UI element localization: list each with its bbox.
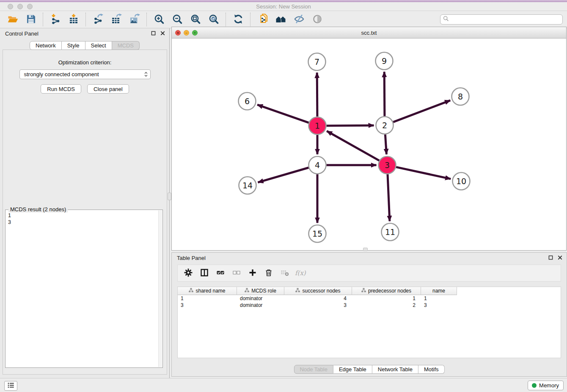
export-table-button[interactable] xyxy=(107,12,125,28)
table-row-0[interactable]: 1dominator411 xyxy=(178,295,561,302)
hide-selected-button[interactable] xyxy=(308,12,326,28)
zoom-out-button[interactable] xyxy=(168,12,186,28)
edge-2-3[interactable] xyxy=(385,135,386,155)
tab-mcds[interactable]: MCDS xyxy=(112,41,140,50)
import-table-button[interactable] xyxy=(64,12,83,28)
network-window-titlebar[interactable]: ✕ − + scc.txt xyxy=(172,27,566,39)
column-type-icon xyxy=(361,288,366,294)
node-11[interactable]: 11 xyxy=(382,224,399,241)
table-row-1[interactable]: 3dominator323 xyxy=(178,302,561,309)
cell-name[interactable]: 1 xyxy=(421,295,457,302)
search-input[interactable] xyxy=(451,17,560,23)
export-network-button[interactable] xyxy=(89,12,107,28)
tab-network[interactable]: Network xyxy=(30,41,62,50)
cell-predecessor-nodes[interactable]: 2 xyxy=(352,302,421,309)
cell-shared-name[interactable]: 1 xyxy=(178,295,237,302)
cell-mcds-role[interactable]: dominator xyxy=(237,302,284,309)
horizontal-splitter-grip[interactable] xyxy=(363,248,368,251)
first-neighbors-button[interactable] xyxy=(272,12,290,28)
node-2[interactable]: 2 xyxy=(376,117,394,134)
open-session-button[interactable] xyxy=(3,12,22,28)
save-session-button[interactable] xyxy=(22,12,40,28)
node-4[interactable]: 4 xyxy=(309,157,326,174)
node-3[interactable]: 3 xyxy=(379,157,396,174)
tab-motifs[interactable]: Motifs xyxy=(418,365,445,374)
maximize-window-icon[interactable] xyxy=(27,4,33,9)
maximize-frame-icon[interactable]: + xyxy=(192,30,198,36)
search-box[interactable] xyxy=(440,14,563,25)
deselect-all-button[interactable] xyxy=(230,266,243,280)
task-history-button[interactable] xyxy=(4,381,17,391)
node-table[interactable]: shared nameMCDS rolesuccessor nodesprede… xyxy=(177,287,561,358)
node-7[interactable]: 7 xyxy=(308,53,326,71)
edge-1-7[interactable] xyxy=(317,73,317,117)
svg-text:11: 11 xyxy=(385,227,395,237)
column-header-name[interactable]: name xyxy=(421,287,457,295)
close-panel-button[interactable]: Close panel xyxy=(87,84,129,94)
cell-name[interactable]: 3 xyxy=(421,302,457,309)
edge-3-1[interactable] xyxy=(327,131,379,161)
node-1[interactable]: 1 xyxy=(309,117,326,135)
select-all-button[interactable] xyxy=(214,266,227,280)
run-mcds-button[interactable]: Run MCDS xyxy=(41,84,81,94)
close-frame-icon[interactable]: ✕ xyxy=(175,30,181,36)
vertical-splitter-grip[interactable] xyxy=(168,193,171,200)
svg-text:f(x): f(x) xyxy=(295,269,306,276)
column-header-successor-nodes[interactable]: successor nodes xyxy=(284,287,352,295)
add-row-button[interactable] xyxy=(246,266,259,280)
zoom-in-button[interactable] xyxy=(150,12,168,28)
close-table-panel-icon[interactable] xyxy=(558,255,562,260)
result-scrollbar[interactable] xyxy=(158,210,162,367)
node-15[interactable]: 15 xyxy=(309,225,326,243)
column-visibility-button[interactable] xyxy=(198,266,211,280)
tab-select[interactable]: Select xyxy=(85,41,112,50)
cell-successor-nodes[interactable]: 4 xyxy=(284,295,352,302)
window-controls-inactive[interactable] xyxy=(8,4,33,9)
minimize-window-icon[interactable] xyxy=(17,4,23,9)
node-8[interactable]: 8 xyxy=(452,88,469,105)
cell-predecessor-nodes[interactable]: 1 xyxy=(352,295,421,302)
zoom-fit-button[interactable] xyxy=(186,12,204,28)
column-header-mcds-role[interactable]: MCDS role xyxy=(237,287,284,295)
cell-shared-name[interactable]: 3 xyxy=(178,302,237,309)
close-panel-icon[interactable] xyxy=(160,31,165,36)
column-header-predecessor-nodes[interactable]: predecessor nodes xyxy=(352,287,421,295)
edge-3-11[interactable] xyxy=(388,174,390,221)
toggle-graphics-details-button[interactable] xyxy=(290,12,308,28)
export-image-button[interactable] xyxy=(125,12,143,28)
close-window-icon[interactable] xyxy=(8,4,13,9)
tab-style[interactable]: Style xyxy=(62,41,85,50)
network-from-selection-button[interactable] xyxy=(253,12,272,28)
node-9[interactable]: 9 xyxy=(376,52,393,70)
float-table-panel-icon[interactable] xyxy=(548,255,553,260)
node-14[interactable]: 14 xyxy=(239,177,256,194)
node-10[interactable]: 10 xyxy=(453,173,470,190)
application-window: Session: New Session Control Panel Netwo… xyxy=(0,0,567,392)
mcds-result-text[interactable]: 1 3 xyxy=(6,211,157,367)
optimization-select[interactable]: strongly connected component xyxy=(19,69,151,79)
column-label: MCDS role xyxy=(251,288,276,294)
tab-network-table[interactable]: Network Table xyxy=(372,365,418,374)
cell-mcds-role[interactable]: dominator xyxy=(237,295,284,302)
cell-successor-nodes[interactable]: 3 xyxy=(284,302,352,309)
toolbar-buttons xyxy=(3,11,326,28)
table-settings-button[interactable] xyxy=(182,266,195,280)
column-header-shared-name[interactable]: shared name xyxy=(178,287,237,295)
tab-node-table[interactable]: Node Table xyxy=(294,365,333,374)
edge-3-10[interactable] xyxy=(396,167,451,179)
delete-rows-button[interactable] xyxy=(262,266,275,280)
node-6[interactable]: 6 xyxy=(239,93,256,110)
minimize-frame-icon[interactable]: − xyxy=(184,30,189,36)
edge-1-6[interactable] xyxy=(257,105,309,123)
apply-layout-button[interactable] xyxy=(229,12,247,28)
network-canvas[interactable]: 7968124314101511 xyxy=(172,39,566,250)
memory-button[interactable]: Memory xyxy=(528,381,564,390)
zoom-selected-button[interactable] xyxy=(204,12,223,28)
import-network-button[interactable] xyxy=(46,12,64,28)
float-panel-icon[interactable] xyxy=(151,31,156,36)
edge-2-9[interactable] xyxy=(384,72,385,116)
edge-4-14[interactable] xyxy=(258,168,309,182)
tab-edge-table[interactable]: Edge Table xyxy=(333,365,372,374)
edge-2-8[interactable] xyxy=(393,100,450,122)
edge-1-2[interactable] xyxy=(327,125,374,126)
